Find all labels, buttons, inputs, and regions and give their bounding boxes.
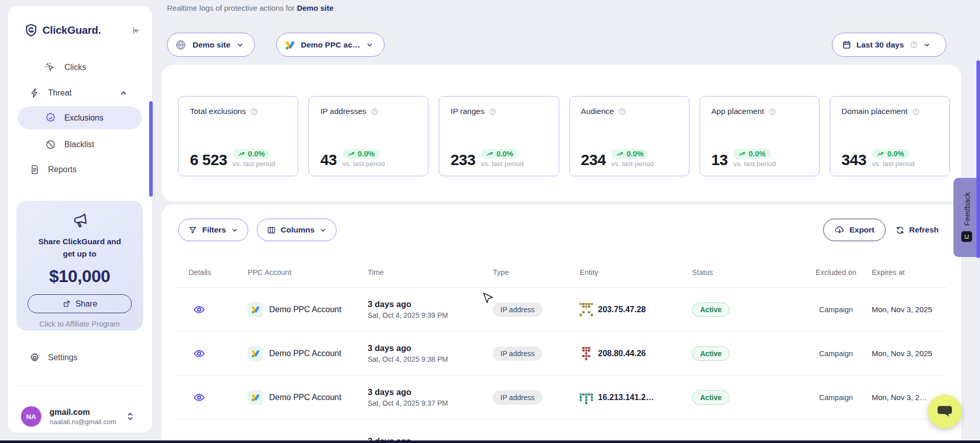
help-icon[interactable] (618, 107, 627, 116)
sidebar-item-clicks[interactable]: Clicks (8, 57, 152, 78)
chevron-down-icon (923, 41, 931, 49)
view-details-button[interactable] (193, 304, 248, 316)
affiliate-program-link[interactable]: Click to Affiliate Program (16, 320, 143, 328)
sidebar-item-threat[interactable]: Threat (8, 83, 152, 103)
stat-card-ip-ranges: IP ranges 233 0.0% vs. last period (439, 96, 559, 176)
google-ads-icon (248, 346, 263, 361)
column-header-expires-at: Expires at (872, 268, 947, 276)
expires-at-value: Mon, Nov 3, 2025 (872, 305, 947, 314)
help-icon[interactable] (250, 107, 258, 116)
trend-up-icon (738, 150, 746, 158)
user-name: gmail.com (50, 408, 116, 417)
avatar: NA (21, 406, 41, 427)
stat-value: 343 (842, 152, 867, 168)
google-ads-icon (248, 302, 263, 317)
sidebar-item-blacklist[interactable]: Blacklist (8, 134, 152, 155)
feedback-bubble-icon (961, 230, 973, 243)
globe-icon (175, 39, 187, 51)
table-row: Demo PPC Account 3 days agoSat, Oct 4, 2… (175, 376, 947, 419)
user-profile[interactable]: NA gmail.com naatali.ro@gmail.com (8, 397, 152, 436)
ppc-account-name: Demo PPC Account (269, 393, 341, 402)
view-details-button[interactable] (193, 347, 248, 360)
ppc-account-selector-value: Demo PPC ac… (301, 40, 360, 50)
site-name: Demo site (297, 4, 333, 12)
share-button[interactable]: Share (28, 294, 132, 313)
excluded-on-value: Campaign (800, 349, 872, 358)
help-icon[interactable] (768, 107, 777, 116)
stat-caption: vs. last period (611, 160, 654, 168)
viewport-bottom-edge (0, 440, 980, 443)
clickguard-dashboard: ClickGuard. Clicks Threat Exclusions (0, 0, 980, 443)
stat-card-total-exclusions: Total exclusions 6 523 0.0% vs. last per… (178, 96, 298, 176)
stat-caption: vs. last period (481, 160, 523, 168)
help-icon[interactable] (912, 107, 920, 116)
ppc-account-name: Demo PPC Account (269, 305, 341, 314)
ppc-account-name: Demo PPC Account (269, 349, 341, 358)
sidebar-item-reports[interactable]: Reports (8, 159, 152, 180)
feedback-tab-label: Feedback (963, 192, 971, 226)
google-ads-icon (285, 40, 295, 50)
table-toolbar: Filters Columns Export Refresh (178, 219, 939, 241)
status-badge: Active (692, 390, 730, 405)
export-button[interactable]: Export (823, 219, 886, 241)
date-range-selector[interactable]: Last 30 days (832, 33, 946, 57)
filters-button-label: Filters (202, 225, 226, 235)
chevron-up-down-icon (126, 411, 135, 422)
column-header-entity: Entity (580, 268, 692, 276)
help-icon[interactable] (370, 107, 379, 116)
trend-up-icon (877, 150, 885, 158)
sidebar-scrollbar[interactable] (149, 101, 153, 197)
sidebar-item-label: Threat (48, 88, 71, 98)
column-header-type: Type (493, 268, 580, 276)
stat-delta: 0.0% (887, 150, 904, 158)
mouse-cursor (483, 292, 494, 306)
entity-identicon (580, 391, 593, 404)
entity-value: 203.75.47.28 (598, 305, 646, 314)
stat-delta: 0.0% (749, 150, 766, 158)
view-details-button[interactable] (193, 391, 248, 404)
stat-card-ip-addresses: IP addresses 43 0.0% vs. last period (308, 96, 428, 176)
stat-label: IP ranges (450, 107, 484, 116)
affiliate-promo-card: Share ClickGuard and get up to $10,000 S… (16, 201, 143, 331)
entity-value: 208.80.44.26 (598, 349, 646, 358)
stat-delta: 0.0% (358, 150, 375, 158)
sidebar-item-exclusions[interactable]: Exclusions (18, 106, 142, 129)
sidebar-item-settings[interactable]: Settings (8, 347, 152, 368)
site-selector[interactable]: Demo site (167, 33, 255, 57)
refresh-icon (895, 225, 905, 235)
trend-up-icon (616, 150, 624, 158)
funnel-icon (188, 225, 198, 235)
chat-button[interactable] (928, 394, 962, 428)
sidebar-collapse-icon[interactable] (130, 26, 140, 36)
brand-logo: ClickGuard. (25, 24, 101, 37)
excluded-on-value: Campaign (800, 306, 872, 314)
column-header-ppc-account: PPC Account (248, 268, 368, 276)
ppc-account-selector[interactable]: Demo PPC ac… (276, 33, 385, 57)
columns-icon (267, 225, 276, 235)
exclusions-table: Details PPC Account Time Type Entity Sta… (175, 241, 947, 440)
export-button-label: Export (849, 225, 874, 235)
refresh-button[interactable]: Refresh (895, 225, 939, 235)
exclusions-table-section: Filters Columns Export Refresh Details P… (161, 204, 961, 440)
help-icon[interactable] (488, 107, 497, 116)
stat-value: 6 523 (190, 152, 227, 168)
stat-delta: 0.0% (627, 150, 643, 158)
column-header-excluded-on: Excluded on (800, 268, 872, 277)
table-row: Demo PPC Account 3 days agoSat, Oct 4, 2… (175, 332, 947, 376)
stat-label: Total exclusions (190, 107, 246, 116)
page-scrollbar[interactable] (976, 60, 980, 258)
column-header-details: Details (175, 268, 248, 276)
filters-button[interactable]: Filters (178, 219, 248, 241)
help-icon[interactable] (910, 40, 918, 49)
sidebar-item-label: Reports (48, 165, 77, 174)
shield-logo-icon (25, 24, 38, 37)
external-link-icon (62, 299, 71, 308)
cloud-download-icon (834, 225, 845, 235)
stat-caption: vs. last period (233, 160, 275, 168)
stat-value: 233 (450, 152, 475, 168)
cursor-click-icon (45, 62, 56, 73)
columns-button[interactable]: Columns (257, 219, 337, 241)
stat-value: 43 (320, 152, 337, 168)
time-absolute: Sat, Oct 4, 2025 9:37 PM (368, 399, 493, 407)
stat-label: IP addresses (320, 107, 366, 116)
